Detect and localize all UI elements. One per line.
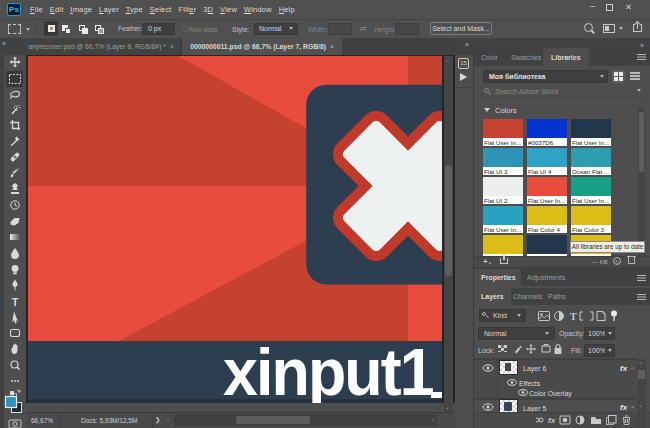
svg-text:T: T — [570, 311, 577, 322]
svg-text:fx: fx — [548, 416, 556, 425]
svg-text:T: T — [12, 296, 19, 308]
